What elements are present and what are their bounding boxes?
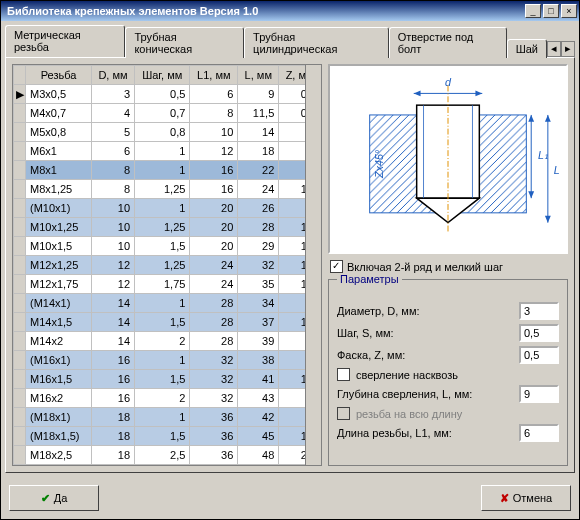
cell[interactable]: 28 [190, 332, 238, 351]
cell[interactable]: 41 [238, 370, 279, 389]
cell[interactable]: 32 [190, 389, 238, 408]
cell[interactable]: M3x0,5 [26, 85, 92, 104]
cell[interactable]: 12 [190, 142, 238, 161]
cell[interactable]: 45 [238, 427, 279, 446]
table-row[interactable]: M12x1,25121,2524321,6 [14, 256, 321, 275]
cell[interactable]: 16 [91, 351, 134, 370]
cell[interactable]: M4x0,7 [26, 104, 92, 123]
cell[interactable]: 0,7 [135, 104, 190, 123]
table-row[interactable]: M4x0,740,7811,50,5 [14, 104, 321, 123]
cell[interactable]: 28 [190, 294, 238, 313]
tab-scroll-left[interactable]: ◂ [547, 41, 561, 57]
cell[interactable]: 10 [91, 218, 134, 237]
table-row[interactable]: (M18x1,5)181,536451,6 [14, 427, 321, 446]
cell[interactable]: 1 [135, 351, 190, 370]
chamfer-input[interactable]: 0,5 [519, 346, 559, 364]
cell[interactable]: 18 [238, 142, 279, 161]
cell[interactable]: 42 [238, 408, 279, 427]
cell[interactable]: 1,25 [135, 218, 190, 237]
table-row[interactable]: M8x1,2581,2516241,6 [14, 180, 321, 199]
cell[interactable]: (M18x1,5) [26, 427, 92, 446]
cell[interactable]: 32 [190, 351, 238, 370]
cell[interactable]: 39 [238, 332, 279, 351]
table-row[interactable]: M6x16112181 [14, 142, 321, 161]
cell[interactable]: 10 [190, 123, 238, 142]
col-thread[interactable]: Резьба [26, 66, 92, 85]
cell[interactable]: 14 [91, 294, 134, 313]
cell[interactable]: 1,5 [135, 427, 190, 446]
cell[interactable]: 12 [91, 275, 134, 294]
cell[interactable]: 18 [91, 446, 134, 465]
table-row[interactable]: (M10x1)10120261 [14, 199, 321, 218]
cell[interactable]: M5x0,8 [26, 123, 92, 142]
minimize-button[interactable]: _ [525, 4, 541, 18]
cell[interactable]: 1 [135, 294, 190, 313]
cell[interactable]: 10 [91, 199, 134, 218]
cell[interactable]: 11,5 [238, 104, 279, 123]
cell[interactable]: 16 [190, 161, 238, 180]
cell[interactable]: 26 [238, 199, 279, 218]
tab-scroll-right[interactable]: ▸ [561, 41, 575, 57]
cell[interactable]: M12x1,25 [26, 256, 92, 275]
cell[interactable]: 29 [238, 237, 279, 256]
table-row[interactable]: (M14x1)14128341 [14, 294, 321, 313]
cell[interactable]: 1,25 [135, 180, 190, 199]
cell[interactable]: 43 [238, 389, 279, 408]
cell[interactable]: 6 [190, 85, 238, 104]
cell[interactable]: 14 [91, 313, 134, 332]
depth-input[interactable]: 9 [519, 385, 559, 403]
diameter-input[interactable]: 3 [519, 302, 559, 320]
ok-button[interactable]: ✔ Да [9, 485, 99, 511]
table-row[interactable]: M8x18116221 [14, 161, 321, 180]
cell[interactable]: 20 [190, 199, 238, 218]
cell[interactable]: 4 [91, 104, 134, 123]
cell[interactable]: M10x1,5 [26, 237, 92, 256]
cell[interactable]: 8 [91, 161, 134, 180]
cell[interactable]: 1,25 [135, 256, 190, 275]
cell[interactable]: (M10x1) [26, 199, 92, 218]
col-d[interactable]: D, мм [91, 66, 134, 85]
tab-pipe-conical[interactable]: Трубная коническая [125, 27, 244, 58]
cell[interactable]: (M18x1) [26, 408, 92, 427]
cell[interactable]: M6x1 [26, 142, 92, 161]
table-row[interactable]: M14x214228392 [14, 332, 321, 351]
cell[interactable]: 0,5 [135, 85, 190, 104]
through-row[interactable]: сверление насквозь [337, 368, 559, 381]
cell[interactable]: M8x1 [26, 161, 92, 180]
cell[interactable]: (M14x1) [26, 294, 92, 313]
cell[interactable]: 24 [190, 275, 238, 294]
col-l1[interactable]: L1, мм [190, 66, 238, 85]
cell[interactable]: 22 [238, 161, 279, 180]
table-scrollbar[interactable] [305, 65, 321, 465]
cell[interactable]: 16 [190, 180, 238, 199]
cell[interactable]: 2,5 [135, 446, 190, 465]
cell[interactable]: 24 [238, 180, 279, 199]
cell[interactable]: M16x1,5 [26, 370, 92, 389]
cell[interactable]: 48 [238, 446, 279, 465]
threadlen-input[interactable]: 6 [519, 424, 559, 442]
tab-metric-thread[interactable]: Метрическая резьба [5, 25, 125, 57]
maximize-button[interactable]: □ [543, 4, 559, 18]
cell[interactable]: 20 [190, 218, 238, 237]
cell[interactable]: M8x1,25 [26, 180, 92, 199]
cell[interactable]: M18x2,5 [26, 446, 92, 465]
cell[interactable]: 18 [91, 427, 134, 446]
cell[interactable]: 9 [238, 85, 279, 104]
cell[interactable]: 10 [91, 237, 134, 256]
cell[interactable]: 14 [91, 332, 134, 351]
cell[interactable]: M14x1,5 [26, 313, 92, 332]
table-row[interactable]: M5x0,850,810141 [14, 123, 321, 142]
table-row[interactable]: M10x1,25101,2520281,6 [14, 218, 321, 237]
cell[interactable]: 32 [238, 256, 279, 275]
cell[interactable]: M16x2 [26, 389, 92, 408]
cell[interactable]: 36 [190, 408, 238, 427]
cell[interactable]: 6 [91, 142, 134, 161]
cell[interactable]: 18 [91, 408, 134, 427]
cell[interactable]: 2 [135, 389, 190, 408]
tab-pipe-cylindrical[interactable]: Трубная цилиндрическая [244, 27, 389, 58]
cell[interactable]: 16 [91, 389, 134, 408]
table-row[interactable]: ▶M3x0,530,5690,5 [14, 85, 321, 104]
cell[interactable]: M10x1,25 [26, 218, 92, 237]
pitch-input[interactable]: 0,5 [519, 324, 559, 342]
table-row[interactable]: M12x1,75121,7524351,6 [14, 275, 321, 294]
